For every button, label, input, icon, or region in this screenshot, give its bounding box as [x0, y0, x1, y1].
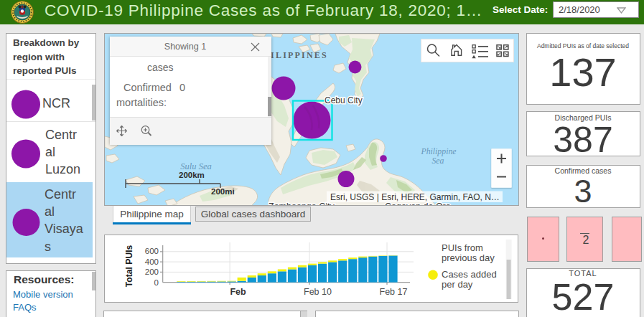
svg-text:Feb: Feb	[230, 287, 246, 297]
svg-text:PUIs from: PUIs from	[442, 242, 483, 253]
svg-text:Cases added: Cases added	[442, 269, 497, 280]
svg-text:Feb 10: Feb 10	[304, 287, 332, 297]
svg-text:200km: 200km	[179, 171, 205, 179]
svg-text:200: 200	[145, 268, 159, 276]
svg-text:400: 400	[145, 257, 159, 266]
svg-text:Philippine: Philippine	[420, 146, 456, 156]
svg-text:per day: per day	[442, 279, 473, 290]
svg-text:Cebu City: Cebu City	[325, 95, 363, 105]
svg-text:Esri, USGS | Esri, HERE, Garmi: Esri, USGS | Esri, HERE, Garmin, FAO, N…	[330, 192, 500, 202]
svg-text:Feb 17: Feb 17	[380, 287, 408, 297]
svg-text:Sulu Sea: Sulu Sea	[180, 161, 211, 171]
svg-text:previous day: previous day	[442, 252, 495, 263]
svg-text:600: 600	[145, 247, 159, 255]
svg-text:Zamboanga City: Zamboanga City	[269, 202, 335, 206]
svg-text:200mi: 200mi	[211, 187, 235, 196]
svg-text:Total PUIs: Total PUIs	[124, 245, 134, 287]
svg-text:0: 0	[154, 278, 159, 287]
svg-text:Sea: Sea	[431, 156, 444, 166]
